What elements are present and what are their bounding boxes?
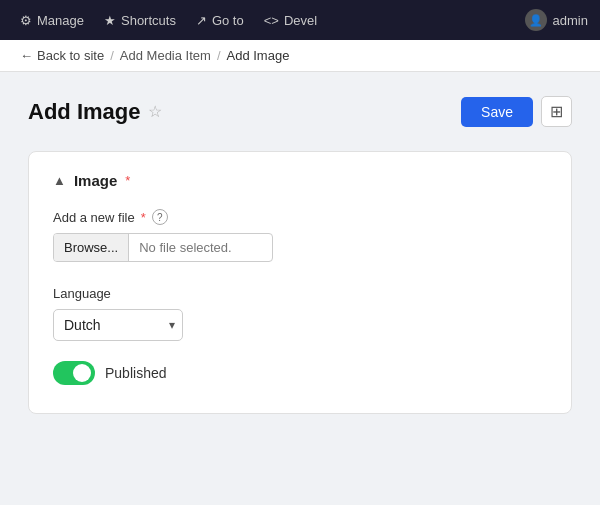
breadcrumb-separator-2: / <box>217 48 221 63</box>
nav-goto-label: Go to <box>212 13 244 28</box>
nav-devel-label: Devel <box>284 13 317 28</box>
layout-icon: ⊞ <box>550 102 563 121</box>
file-field-label: Add a new file * ? <box>53 209 547 225</box>
admin-menu[interactable]: 👤 admin <box>525 9 588 31</box>
page-title-row: Add Image ☆ <box>28 99 162 125</box>
section-collapse-icon: ▲ <box>53 173 66 188</box>
breadcrumb-bar: ← Back to site / Add Media Item / Add Im… <box>0 40 600 72</box>
file-field-required-star: * <box>141 210 146 225</box>
favorite-star-icon[interactable]: ☆ <box>148 102 162 121</box>
nav-manage-label: Manage <box>37 13 84 28</box>
main-card: ▲ Image * Add a new file * ? Browse... N… <box>28 151 572 414</box>
layout-toggle-button[interactable]: ⊞ <box>541 96 572 127</box>
top-navbar: ⚙ Manage ★ Shortcuts ↗ Go to <> Devel 👤 … <box>0 0 600 40</box>
page-title: Add Image <box>28 99 140 125</box>
published-toggle[interactable] <box>53 361 95 385</box>
goto-icon: ↗ <box>196 13 207 28</box>
file-input-wrapper: Browse... No file selected. <box>53 233 273 262</box>
language-field: Language Dutch English French German ▾ <box>53 286 547 341</box>
back-to-site-label: Back to site <box>37 48 104 63</box>
save-button[interactable]: Save <box>461 97 533 127</box>
file-field-label-text: Add a new file <box>53 210 135 225</box>
browse-button[interactable]: Browse... <box>54 234 129 261</box>
nav-shortcuts[interactable]: ★ Shortcuts <box>96 9 184 32</box>
file-field-help-icon[interactable]: ? <box>152 209 168 225</box>
page-header: Add Image ☆ Save ⊞ <box>28 96 572 127</box>
back-to-site-link[interactable]: ← Back to site <box>20 48 104 63</box>
manage-icon: ⚙ <box>20 13 32 28</box>
published-row: Published <box>53 361 547 385</box>
nav-manage[interactable]: ⚙ Manage <box>12 9 92 32</box>
header-actions: Save ⊞ <box>461 96 572 127</box>
language-select[interactable]: Dutch English French German <box>53 309 183 341</box>
admin-avatar: 👤 <box>525 9 547 31</box>
page-content: Add Image ☆ Save ⊞ ▲ Image * Add a new f… <box>0 72 600 438</box>
language-select-wrapper: Dutch English French German ▾ <box>53 309 183 341</box>
image-section-header[interactable]: ▲ Image * <box>53 172 547 189</box>
breadcrumb-separator-1: / <box>110 48 114 63</box>
section-title: Image <box>74 172 117 189</box>
nav-devel[interactable]: <> Devel <box>256 9 325 32</box>
code-icon: <> <box>264 13 279 28</box>
file-name-display: No file selected. <box>129 234 242 261</box>
file-field: Add a new file * ? Browse... No file sel… <box>53 209 547 262</box>
breadcrumb-add-media-item[interactable]: Add Media Item <box>120 48 211 63</box>
published-label: Published <box>105 365 167 381</box>
breadcrumb-current: Add Image <box>227 48 290 63</box>
star-icon: ★ <box>104 13 116 28</box>
toggle-slider <box>53 361 95 385</box>
nav-goto[interactable]: ↗ Go to <box>188 9 252 32</box>
language-label: Language <box>53 286 547 301</box>
section-required-indicator: * <box>125 173 130 188</box>
admin-label: admin <box>553 13 588 28</box>
nav-shortcuts-label: Shortcuts <box>121 13 176 28</box>
back-arrow-icon: ← <box>20 48 33 63</box>
